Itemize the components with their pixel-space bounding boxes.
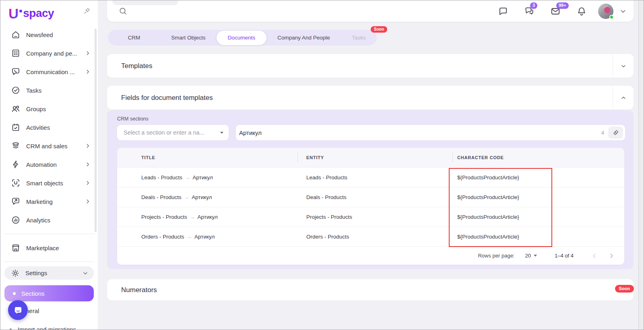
page-scrollbar[interactable] (638, 0, 644, 330)
sidebar-item-label: Groups (26, 106, 91, 112)
sidebar-item-label: Settings (25, 270, 82, 276)
templates-section: Templates (107, 54, 634, 78)
arrow-icon: → (187, 234, 192, 240)
sidebar-item-tasks[interactable]: Tasks (0, 81, 98, 100)
clear-search-button[interactable] (608, 127, 623, 139)
chevron-up-icon (620, 94, 627, 102)
comm-icon (11, 67, 21, 77)
sidebar-item-communication[interactable]: Communication ... (0, 62, 98, 81)
tab-documents[interactable]: Documents (217, 31, 266, 45)
sidebar-item-company-and-pe[interactable]: Company and pe... (0, 44, 98, 62)
column-header-character-code: CHARACTER CODE (452, 155, 624, 160)
sidebar-nav: Newsfeed Company and pe... Communication… (0, 25, 98, 330)
sidebar-item-smart-objects[interactable]: Smart objects (0, 174, 98, 192)
caret-down-icon (534, 255, 537, 257)
search-icon[interactable] (118, 6, 128, 16)
home-icon (11, 30, 21, 39)
rows-per-page-select[interactable]: 20 (525, 253, 537, 259)
crm-section-select[interactable]: Select a section or enter a na... (117, 125, 229, 140)
select-placeholder: Select a section or enter a na... (124, 129, 220, 136)
tab-company-and-people[interactable]: Company And People (266, 30, 341, 46)
calendar-icon (11, 122, 21, 132)
cell-title: Deals - Products→Артикул (117, 194, 297, 200)
mail-icon[interactable]: 99+ (550, 6, 561, 17)
pagination-range: 1–4 of 4 (555, 253, 574, 259)
previous-page-button[interactable] (590, 252, 599, 260)
app-window: U spacy Newsfeed Company and pe... Commu… (0, 0, 644, 330)
chat-widget-button[interactable] (8, 300, 28, 320)
sidebar-item-marketplace[interactable]: Marketplace (0, 239, 98, 257)
arrow-icon: → (184, 194, 190, 200)
field-search-input[interactable] (239, 129, 597, 136)
sidebar-item-settings[interactable]: Settings (4, 266, 94, 280)
templates-expand-button[interactable] (613, 54, 634, 78)
title-entity-part: Leads - Products (141, 174, 182, 181)
chevron-right-icon (84, 161, 91, 168)
store-icon (11, 243, 21, 253)
sidebar-item-marketing[interactable]: Marketing (0, 192, 98, 211)
cell-character-code: ${ProductsProductArticle} (452, 194, 624, 200)
online-status-dot (609, 15, 614, 19)
next-page-button[interactable] (607, 252, 615, 260)
notifications-bell-icon[interactable] (576, 6, 587, 17)
sidebar-item-label: Activities (26, 124, 91, 131)
column-divider (452, 153, 453, 162)
sidebar-item-label: Communication ... (26, 68, 84, 75)
cell-entity: Leads - Products (297, 174, 452, 181)
user-menu-chevron-down-icon[interactable] (619, 7, 627, 15)
cell-entity: Orders - Products (297, 234, 452, 240)
sidebar-item-groups[interactable]: Groups (0, 100, 98, 118)
tasks-soon-badge: Soon (371, 26, 387, 33)
cell-entity: Projects - Products (297, 214, 452, 220)
fields-collapse-button[interactable] (613, 86, 634, 110)
chevron-down-icon (82, 270, 89, 277)
sidebar-item-activities[interactable]: Activities (0, 118, 98, 137)
mail-badge: 99+ (556, 2, 569, 9)
eraser-icon (612, 129, 620, 137)
table-row[interactable]: Deals - Products→Артикул Deals - Product… (117, 187, 624, 207)
cell-title: Orders - Products→Артикул (117, 234, 297, 240)
cell-character-code: ${ProductsProductArticle} (452, 174, 624, 181)
arrow-icon: → (190, 214, 195, 220)
sidebar: U spacy Newsfeed Company and pe... Commu… (0, 0, 98, 330)
sidebar-item-crm-and-sales[interactable]: CRM and sales (0, 137, 98, 155)
avatar[interactable] (598, 4, 613, 19)
sidebar-subitem-import-and-migrations[interactable]: Import and migrations (0, 320, 98, 330)
sidebar-item-label: Marketing (26, 198, 84, 205)
sidebar-subitem-sections[interactable]: Sections (4, 285, 94, 301)
column-divider (297, 153, 298, 162)
messenger-icon[interactable]: 3 (524, 6, 535, 17)
sidebar-item-newsfeed[interactable]: Newsfeed (0, 25, 98, 44)
sidebar-item-label: Newsfeed (26, 31, 91, 38)
table-row[interactable]: Leads - Products→Артикул Leads - Product… (117, 167, 624, 187)
fields-title: Fields for document templates (121, 94, 213, 102)
column-header-title: TITLE (117, 155, 297, 160)
tab-smart-objects[interactable]: Smart Objects (160, 30, 217, 46)
fields-section-header: Fields for document templates (107, 86, 634, 110)
table-row[interactable]: Projects - Products→Артикул Projects - P… (117, 207, 624, 226)
sidebar-item-automation[interactable]: Automation (0, 155, 98, 174)
bullet-icon (10, 328, 12, 330)
table-pagination: Rows per page: 20 1–4 of 4 (117, 246, 624, 265)
tab-crm[interactable]: CRM (108, 30, 160, 46)
cell-title: Leads - Products→Артикул (117, 174, 297, 181)
bullet-icon (13, 292, 16, 295)
logo[interactable]: U spacy (8, 5, 54, 21)
sidebar-item-label: Company and pe... (26, 50, 84, 57)
title-field-part: Артикул (192, 194, 212, 200)
sidebar-item-label: Analytics (26, 217, 91, 224)
cutoff-popover (112, 0, 178, 5)
groups-icon (11, 104, 21, 114)
sidebar-subitem-label: Sections (21, 290, 45, 297)
column-header-entity: ENTITY (297, 155, 452, 160)
logo-u-glyph: U (8, 6, 19, 21)
analytics-icon (11, 215, 21, 225)
tab-tasks[interactable]: Tasks (341, 30, 377, 46)
title-entity-part: Deals - Products (141, 194, 182, 200)
pin-sidebar-icon[interactable] (83, 7, 91, 16)
sidebar-scrollbar[interactable] (95, 29, 97, 232)
sidebar-item-analytics[interactable]: Analytics (0, 211, 98, 229)
table-row[interactable]: Orders - Products→Артикул Orders - Produ… (117, 226, 624, 246)
building-icon (11, 48, 21, 58)
feedback-chat-icon[interactable] (498, 6, 508, 17)
